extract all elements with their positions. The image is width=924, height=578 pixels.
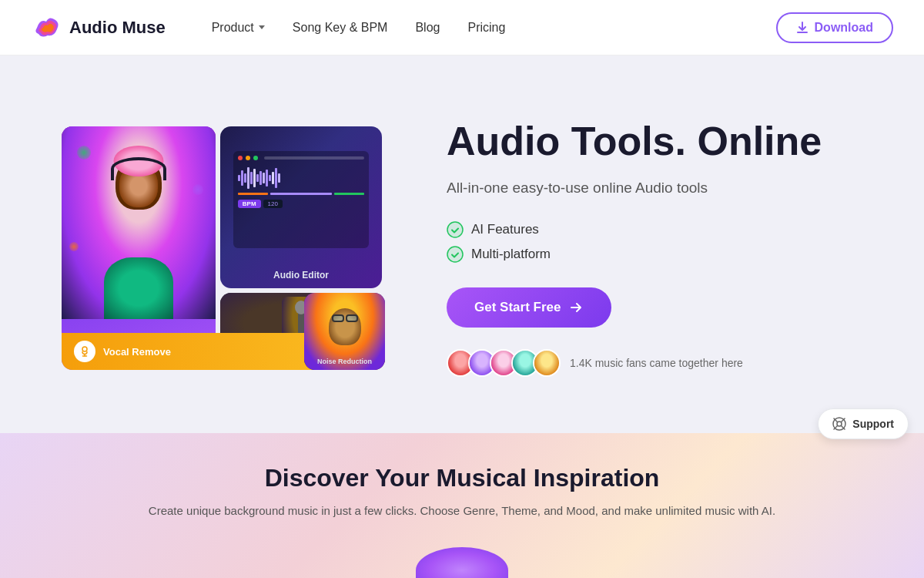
- vocal-remove-label: Vocal Remove: [103, 346, 171, 358]
- hero-section: AI Music: [0, 55, 924, 433]
- fans-text: 1.4K music fans came together here: [570, 357, 743, 369]
- fans-row: 1.4K music fans came together here: [447, 349, 862, 377]
- noise-reduction-cell: Noise Reduction: [304, 293, 385, 370]
- check-circle-icon: [447, 221, 464, 238]
- download-button[interactable]: Download: [776, 12, 893, 43]
- navbar: Audio Muse Product Song Key & BPM Blog P…: [0, 0, 924, 55]
- check-circle-icon-2: [447, 246, 464, 263]
- avatar-5: [533, 349, 561, 377]
- bottom-subtitle: Create unique background music in just a…: [62, 502, 862, 520]
- audio-editor-cell: BPM 120 Audio Editor: [220, 126, 382, 288]
- hero-title: Audio Tools. Online: [447, 119, 862, 163]
- nav-item-blog[interactable]: Blog: [415, 21, 440, 35]
- wave-decoration: [416, 547, 508, 578]
- feature-list: AI Features Multi-platform: [447, 221, 862, 263]
- logo-icon: [31, 12, 62, 43]
- get-start-button[interactable]: Get Start Free: [447, 287, 611, 328]
- feature-item-ai: AI Features: [447, 221, 862, 238]
- nav-item-pricing[interactable]: Pricing: [467, 21, 505, 35]
- audio-editor-label: Audio Editor: [273, 270, 329, 281]
- svg-point-0: [82, 347, 87, 351]
- hero-text: Audio Tools. Online All-in-one easy-to-u…: [447, 119, 862, 377]
- nav-item-product[interactable]: Product: [212, 21, 265, 35]
- hero-subtitle: All-in-one easy-to-use online Audio tool…: [447, 177, 862, 200]
- support-button[interactable]: Support: [818, 408, 909, 439]
- bottom-section: Discover Your Musical Inspiration Create…: [0, 433, 924, 578]
- download-icon: [796, 22, 808, 34]
- arrow-right-icon: [568, 300, 584, 315]
- nav-links: Product Song Key & BPM Blog Pricing: [212, 21, 776, 35]
- support-icon: [832, 417, 846, 431]
- nav-item-song-key[interactable]: Song Key & BPM: [293, 21, 388, 35]
- vocal-icon: [74, 341, 95, 362]
- logo-area[interactable]: Audio Muse: [31, 12, 166, 43]
- noise-reduction-label: Noise Reduction: [317, 358, 372, 365]
- image-grid: AI Music: [62, 126, 385, 370]
- logo-text: Audio Muse: [69, 18, 166, 38]
- feature-item-multiplatform: Multi-platform: [447, 246, 862, 263]
- ai-music-image: [62, 126, 216, 319]
- bottom-title: Discover Your Musical Inspiration: [62, 464, 862, 492]
- chevron-down-icon: [259, 25, 265, 29]
- avatars-group: [447, 349, 561, 377]
